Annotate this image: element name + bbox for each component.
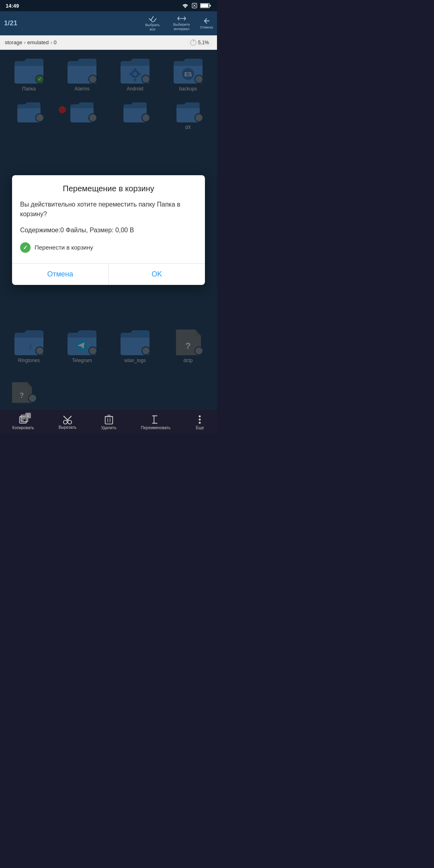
cut-button[interactable]: Вырезать — [59, 415, 76, 430]
svg-rect-3 — [201, 4, 208, 8]
cut-label: Вырезать — [59, 425, 76, 430]
svg-rect-19 — [21, 417, 25, 418]
select-all-button[interactable]: Выбрать все — [142, 15, 163, 32]
rename-icon — [151, 414, 160, 425]
svg-point-22 — [63, 420, 67, 424]
pie-icon — [190, 39, 197, 46]
main-content: Папка Alarms — [0, 50, 217, 410]
breadcrumb: storage › emulated › 0 5,1% — [0, 35, 217, 50]
status-time: 14:49 — [6, 3, 19, 9]
svg-point-28 — [199, 422, 201, 424]
more-label: Еще — [196, 426, 204, 430]
more-icon — [195, 414, 205, 425]
dialog-title: Перемещение в корзину — [12, 175, 205, 200]
status-bar: 14:49 — [0, 0, 217, 11]
dialog-overlay: Перемещение в корзину Вы действительно х… — [0, 50, 217, 410]
dialog-body: Вы действительно хотите переместить папк… — [12, 200, 205, 263]
svg-point-27 — [199, 418, 201, 420]
toolbar-count: 1/21 — [4, 19, 24, 27]
svg-point-23 — [68, 420, 72, 424]
back-icon — [202, 17, 211, 25]
delete-label: Удалить — [101, 426, 116, 430]
breadcrumb-sep-1: › — [24, 39, 25, 45]
dialog-message: Вы действительно хотите переместить папк… — [20, 200, 197, 219]
svg-point-26 — [199, 415, 201, 417]
toolbar-actions: Выбрать все Выберите интервал Отмена — [142, 15, 213, 32]
delete-button[interactable]: Удалить — [101, 414, 116, 430]
rename-label: Переименовать — [141, 426, 170, 430]
battery-icon — [200, 3, 211, 8]
close-icon — [191, 3, 198, 8]
delete-icon — [104, 414, 114, 425]
breadcrumb-storage[interactable]: storage — [5, 39, 22, 45]
breadcrumb-sep-2: › — [50, 39, 52, 45]
more-button[interactable]: Еще — [195, 414, 205, 430]
svg-rect-24 — [105, 416, 113, 424]
dialog: Перемещение в корзину Вы действительно х… — [12, 175, 205, 285]
checkbox-icon[interactable] — [20, 242, 31, 253]
copy-button[interactable]: 1 Копировать — [12, 414, 34, 430]
svg-rect-21 — [21, 420, 24, 420]
svg-rect-20 — [21, 418, 25, 419]
breadcrumb-0[interactable]: 0 — [54, 39, 57, 45]
checkbox-label: Перенести в корзину — [35, 244, 93, 251]
wifi-icon — [182, 3, 189, 8]
storage-badge: 5,1% — [187, 39, 212, 47]
rename-button[interactable]: Переименовать — [141, 414, 170, 430]
dialog-info: Содержимое:0 Файлы, Размер: 0,00 В — [20, 225, 197, 235]
status-icons — [182, 3, 211, 8]
cancel-button[interactable]: Отмена — [200, 17, 213, 29]
bottom-toolbar: 1 Копировать Вырезать Удалить Переименов… — [0, 410, 217, 434]
dialog-checkbox-row: Перенести в корзину — [20, 242, 197, 253]
dialog-buttons: Отмена OK — [12, 264, 205, 285]
svg-rect-25 — [108, 415, 110, 416]
svg-rect-2 — [209, 5, 211, 7]
copy-label: Копировать — [12, 426, 34, 430]
cut-icon — [62, 415, 73, 424]
select-interval-button[interactable]: Выберите интервал — [170, 15, 194, 31]
dialog-cancel-button[interactable]: Отмена — [12, 264, 108, 285]
toolbar: 1/21 Выбрать все Выберите интервал Отмен… — [0, 11, 217, 35]
dialog-ok-button[interactable]: OK — [109, 264, 205, 285]
check-all-icon — [148, 15, 157, 22]
interval-icon — [177, 15, 186, 22]
breadcrumb-emulated[interactable]: emulated — [27, 39, 49, 45]
copy-count-badge: 1 — [25, 413, 31, 418]
